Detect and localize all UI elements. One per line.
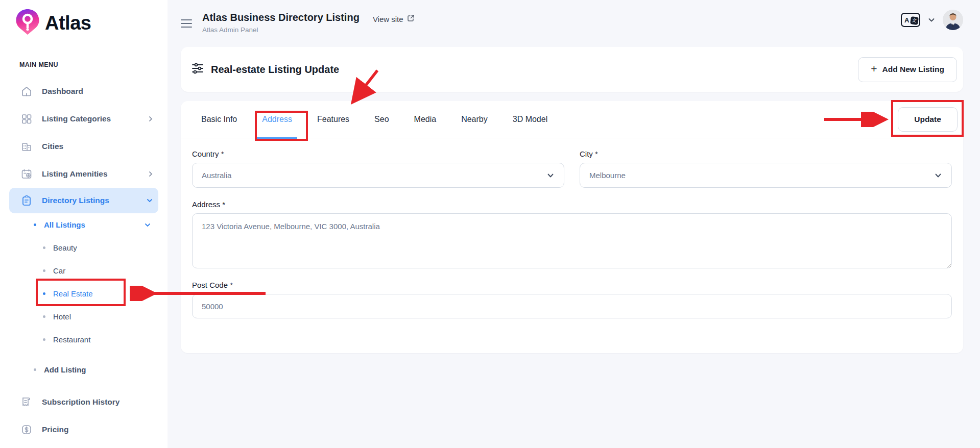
bullet-icon — [43, 292, 45, 295]
hamburger-menu-icon[interactable] — [181, 19, 193, 28]
country-label: Country * — [192, 150, 564, 158]
topbar-right: A 文 — [901, 10, 963, 30]
chevron-down-icon — [146, 197, 153, 204]
country-value: Australia — [202, 171, 231, 180]
country-select[interactable]: Australia — [192, 163, 564, 188]
sidebar-item-listing-amenities[interactable]: Listing Amenities — [0, 160, 168, 188]
sidebar-item-label: Subscription History — [42, 397, 119, 407]
sidebar-item-label: Listing Categories — [42, 114, 111, 123]
bullet-icon — [43, 269, 45, 272]
topbar: Atlas Business Directory Listing Atlas A… — [181, 0, 963, 37]
receipt-icon — [20, 396, 33, 408]
country-field-group: Country * Australia — [192, 150, 564, 188]
sidebar-item-directory-listings[interactable]: Directory Listings — [9, 188, 158, 213]
update-button-wrap: Update — [898, 107, 958, 132]
chevron-right-icon — [147, 115, 154, 122]
sidebar-item-add-listing[interactable]: Add Listing — [0, 358, 168, 381]
app-root: Atlas MAIN MENU Dashboard Listing Catego… — [0, 0, 980, 448]
sidebar-item-label: Real Estate — [53, 289, 93, 298]
sidebar-item-label: Add Listing — [44, 365, 86, 374]
sidebar-item-subscription-history[interactable]: Subscription History — [0, 388, 168, 416]
language-secondary-glyph: 文 — [910, 16, 919, 25]
sidebar-item-label: Directory Listings — [42, 196, 109, 205]
chevron-down-icon — [934, 171, 942, 180]
listing-form-card: Basic Info Address Features Seo Media Ne… — [181, 101, 963, 353]
sidebar-item-pricing[interactable]: Pricing — [0, 416, 168, 443]
city-select[interactable]: Melbourne — [580, 163, 952, 188]
brand-name: Atlas — [45, 12, 91, 34]
chevron-right-icon — [147, 170, 154, 178]
main-content: Atlas Business Directory Listing Atlas A… — [168, 0, 980, 448]
page-title-block: Atlas Business Directory Listing Atlas A… — [202, 12, 360, 34]
tab-address-label: Address — [262, 115, 292, 124]
home-icon — [20, 85, 33, 97]
sidebar-item-beauty[interactable]: Beauty — [0, 236, 168, 259]
city-label: City * — [580, 150, 952, 158]
sidebar-item-dashboard[interactable]: Dashboard — [0, 78, 168, 105]
address-label: Address * — [192, 200, 952, 209]
atlas-pin-icon — [13, 8, 42, 38]
add-new-listing-label: Add New Listing — [882, 65, 944, 74]
tab-basic-info[interactable]: Basic Info — [201, 101, 237, 138]
sidebar-section-label: MAIN MENU — [19, 61, 168, 68]
postcode-label: Post Code * — [192, 281, 952, 289]
calendar-plus-icon — [20, 168, 33, 180]
user-avatar[interactable] — [943, 10, 963, 30]
sidebar-item-label: Cities — [42, 142, 63, 151]
sidebar-item-all-listings[interactable]: All Listings — [0, 213, 168, 236]
update-button[interactable]: Update — [898, 107, 958, 132]
grid-icon — [20, 113, 33, 125]
chevron-down-icon — [546, 171, 555, 180]
language-switcher-icon[interactable]: A 文 — [901, 13, 920, 27]
bullet-icon — [43, 246, 45, 249]
city-value: Melbourne — [589, 171, 626, 180]
sidebar-item-label: Listing Amenities — [42, 169, 108, 179]
city-field-group: City * Melbourne — [580, 150, 952, 188]
tab-seo[interactable]: Seo — [374, 101, 389, 138]
sidebar-item-label: Dashboard — [42, 87, 83, 96]
sidebar-item-label: All Listings — [44, 220, 85, 229]
sidebar-item-label: Beauty — [53, 243, 77, 252]
address-textarea[interactable]: 123 Victoria Avenue, Melbourne, VIC 3000… — [192, 213, 952, 268]
address-field-group: Address * 123 Victoria Avenue, Melbourne… — [192, 200, 952, 270]
view-site-label: View site — [373, 15, 403, 23]
card-title: Real-estate Listing Update — [211, 64, 339, 76]
sidebar-item-car[interactable]: Car — [0, 259, 168, 282]
plus-icon: + — [871, 63, 877, 75]
tab-3d-model[interactable]: 3D Model — [513, 101, 547, 138]
bullet-icon — [34, 368, 36, 371]
postcode-input[interactable] — [192, 294, 952, 318]
language-primary-glyph: A — [904, 16, 909, 24]
sidebar-item-label: Car — [53, 266, 65, 275]
tab-nearby[interactable]: Nearby — [461, 101, 488, 138]
sidebar-item-label: Pricing — [42, 425, 69, 434]
building-icon — [20, 140, 33, 153]
tab-features[interactable]: Features — [317, 101, 349, 138]
tab-bar: Basic Info Address Features Seo Media Ne… — [181, 101, 963, 138]
dollar-icon — [20, 424, 33, 436]
tab-address[interactable]: Address — [262, 101, 292, 138]
sidebar-nav: Dashboard Listing Categories Cities — [0, 78, 168, 443]
chevron-down-icon[interactable] — [927, 16, 936, 24]
clipboard-icon — [20, 194, 33, 207]
brand-logo[interactable]: Atlas — [0, 0, 168, 39]
chevron-down-icon — [144, 221, 151, 229]
sidebar: Atlas MAIN MENU Dashboard Listing Catego… — [0, 0, 168, 448]
bullet-icon — [34, 223, 36, 226]
address-form: Country * Australia City * Melbourne — [181, 138, 963, 318]
sidebar-item-cities[interactable]: Cities — [0, 133, 168, 160]
page-subtitle: Atlas Admin Panel — [202, 26, 360, 34]
sidebar-item-label: Restaurant — [53, 335, 90, 344]
page-title: Atlas Business Directory Listing — [202, 12, 360, 23]
sidebar-item-hotel[interactable]: Hotel — [0, 305, 168, 328]
sidebar-item-restaurant[interactable]: Restaurant — [0, 328, 168, 351]
bullet-icon — [43, 338, 45, 341]
external-link-icon — [407, 14, 415, 23]
sidebar-item-real-estate[interactable]: Real Estate — [0, 282, 168, 305]
listing-update-header-card: Real-estate Listing Update + Add New Lis… — [181, 47, 963, 92]
add-new-listing-button[interactable]: + Add New Listing — [858, 57, 957, 82]
view-site-link[interactable]: View site — [373, 14, 415, 23]
tab-media[interactable]: Media — [414, 101, 437, 138]
sidebar-item-listing-categories[interactable]: Listing Categories — [0, 105, 168, 133]
bullet-icon — [43, 315, 45, 318]
